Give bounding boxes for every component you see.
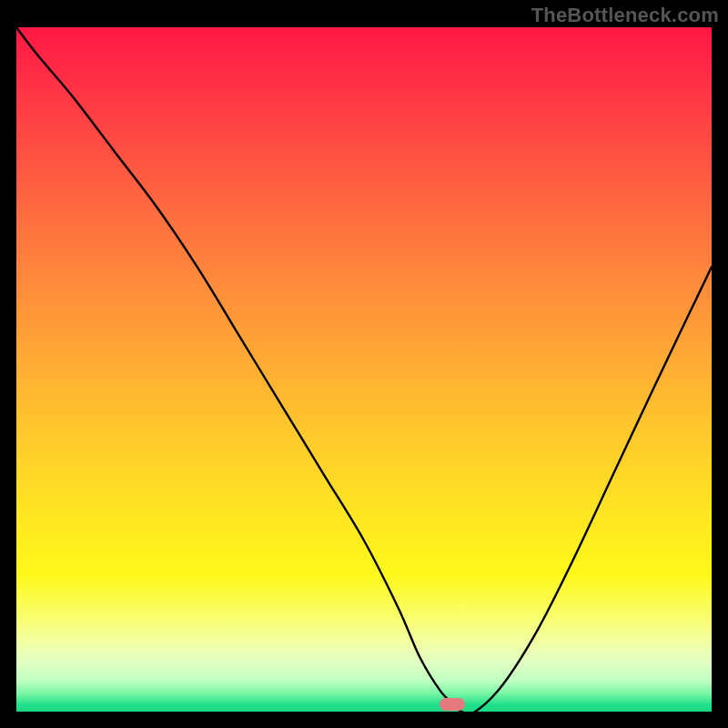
optimal-point-marker [440,698,465,711]
plot-area [16,27,712,712]
watermark-text: TheBottleneck.com [531,4,719,27]
chart-frame: TheBottleneck.com [0,0,728,728]
bottleneck-curve [16,27,712,712]
